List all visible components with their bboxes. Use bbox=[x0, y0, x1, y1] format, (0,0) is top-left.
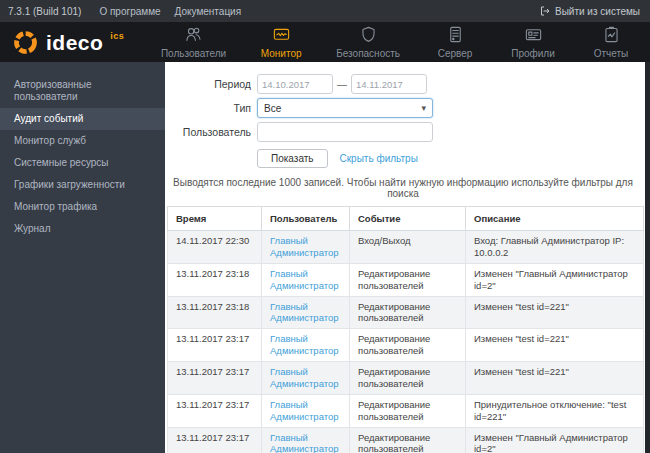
cell-event: Редактирование пользователей bbox=[350, 362, 466, 395]
reports-icon bbox=[602, 25, 621, 46]
show-button[interactable]: Показать bbox=[257, 149, 328, 168]
nav-tab-label: Пользователи bbox=[161, 48, 226, 59]
shield-icon bbox=[359, 25, 378, 46]
col-header-description[interactable]: Описание bbox=[466, 207, 644, 231]
cell-time: 13.11.2017 23:17 bbox=[168, 329, 262, 362]
cell-description: Изменен "test id=221" bbox=[466, 329, 644, 362]
cell-time: 13.11.2017 23:17 bbox=[168, 362, 262, 395]
type-select-value: Все bbox=[264, 103, 281, 114]
topbar-menu: О программеДокументация bbox=[99, 6, 241, 17]
cell-event: Редактирование пользователей bbox=[350, 427, 466, 453]
topbar-menu-item[interactable]: Документация bbox=[175, 6, 242, 17]
logout-icon bbox=[539, 5, 551, 17]
cell-description: Изменен "test id=221" bbox=[466, 296, 644, 329]
nav-tab-label: Отчеты bbox=[594, 48, 629, 59]
user-filter-row: Пользователь bbox=[165, 122, 645, 142]
user-filter-label: Пользователь bbox=[165, 126, 251, 138]
cell-event: Вход/Выход bbox=[350, 231, 466, 264]
cell-description: Изменен "Главный Администратор id=2" bbox=[466, 427, 644, 453]
sidebar-item[interactable]: Системные ресурсы bbox=[0, 152, 165, 174]
cell-time: 14.11.2017 22:30 bbox=[168, 231, 262, 264]
type-label: Тип bbox=[165, 102, 251, 114]
nav-tab-label: Профили bbox=[511, 48, 555, 59]
filter-actions-row: Показать Скрыть фильтры bbox=[257, 149, 645, 168]
type-filter-row: Тип Все ▾ bbox=[165, 98, 645, 118]
monitor-icon bbox=[272, 25, 291, 46]
nav-tab[interactable]: Пользователи bbox=[157, 23, 230, 61]
col-header-event[interactable]: Событие bbox=[350, 207, 466, 231]
cell-time: 13.11.2017 23:18 bbox=[168, 263, 262, 296]
chevron-down-icon: ▾ bbox=[421, 103, 426, 113]
date-to-input[interactable] bbox=[351, 74, 427, 94]
type-select[interactable]: Все ▾ bbox=[257, 98, 433, 118]
cell-event: Редактирование пользователей bbox=[350, 296, 466, 329]
id-card-icon bbox=[524, 25, 543, 46]
cell-user: Главный Администратор bbox=[262, 362, 350, 395]
sidebar-item[interactable]: Аудит событий bbox=[0, 108, 165, 130]
hide-filters-link[interactable]: Скрыть фильтры bbox=[340, 153, 418, 164]
sidebar-item[interactable]: Графики загруженности bbox=[0, 174, 165, 196]
top-utility-bar: 7.3.1 (Build 101) О программеДокументаци… bbox=[0, 0, 650, 22]
app-header: ideco ics Пользователи Монитор Безопасно… bbox=[0, 22, 650, 62]
logout-button[interactable]: Выйти из системы bbox=[539, 5, 640, 17]
ideco-logo[interactable]: ideco ics bbox=[12, 29, 124, 56]
date-range-dash: — bbox=[337, 79, 347, 90]
logo-superscript: ics bbox=[110, 31, 124, 41]
nav-tab[interactable]: Сервер bbox=[428, 23, 482, 61]
nav-tab[interactable]: Безопасность bbox=[332, 23, 404, 61]
records-info-text: Выводятся последние 1000 записей. Чтобы … bbox=[165, 177, 641, 199]
nav-tab[interactable]: Монитор bbox=[254, 23, 308, 61]
ideco-swirl-icon bbox=[12, 29, 39, 56]
main-area: Авторизованные пользователиАудит событий… bbox=[0, 62, 650, 453]
user-link[interactable]: Главный Администратор bbox=[270, 399, 339, 422]
table-row: 13.11.2017 23:17 Главный Администратор Р… bbox=[168, 362, 644, 395]
cell-description: Принудительное отключение: "test id=221" bbox=[466, 394, 644, 427]
cell-time: 13.11.2017 23:18 bbox=[168, 296, 262, 329]
cell-event: Редактирование пользователей bbox=[350, 263, 466, 296]
cell-user: Главный Администратор bbox=[262, 329, 350, 362]
nav-tab[interactable]: Отчеты bbox=[584, 23, 638, 61]
cell-user: Главный Администратор bbox=[262, 427, 350, 453]
col-header-time[interactable]: Время bbox=[168, 207, 262, 231]
cell-event: Редактирование пользователей bbox=[350, 394, 466, 427]
table-row: 13.11.2017 23:18 Главный Администратор Р… bbox=[168, 296, 644, 329]
logo-text: ideco bbox=[46, 29, 103, 56]
date-from-input[interactable] bbox=[257, 74, 333, 94]
nav-tab-label: Монитор bbox=[261, 48, 302, 59]
nav-tab[interactable]: Профили bbox=[506, 23, 560, 61]
user-link[interactable]: Главный Администратор bbox=[270, 235, 339, 258]
user-link[interactable]: Главный Администратор bbox=[270, 268, 339, 291]
cell-user: Главный Администратор bbox=[262, 296, 350, 329]
sidebar-item[interactable]: Монитор служб bbox=[0, 130, 165, 152]
period-filter-row: Период — bbox=[165, 74, 645, 94]
audit-table: Время Пользователь Событие Описание 14.1… bbox=[167, 206, 644, 453]
cell-event: Редактирование пользователей bbox=[350, 329, 466, 362]
sidebar-item[interactable]: Монитор трафика bbox=[0, 196, 165, 218]
table-row: 13.11.2017 23:17 Главный Администратор Р… bbox=[168, 427, 644, 453]
sidebar-item[interactable]: Авторизованные пользователи bbox=[0, 74, 165, 108]
cell-description: Изменен "Главный Администратор id=2" bbox=[466, 263, 644, 296]
content-panel: Период — Тип Все ▾ Пользователь Показать… bbox=[165, 62, 650, 453]
table-row: 13.11.2017 23:17 Главный Администратор Р… bbox=[168, 394, 644, 427]
cell-description: Изменен "test id=221" bbox=[466, 362, 644, 395]
user-link[interactable]: Главный Администратор bbox=[270, 301, 339, 324]
cell-user: Главный Администратор bbox=[262, 394, 350, 427]
user-link[interactable]: Главный Администратор bbox=[270, 366, 339, 389]
logout-label: Выйти из системы bbox=[555, 6, 640, 17]
main-nav: Пользователи Монитор Безопасность Сервер… bbox=[157, 23, 638, 61]
cell-time: 13.11.2017 23:17 bbox=[168, 394, 262, 427]
nav-tab-label: Сервер bbox=[438, 48, 473, 59]
cell-time: 13.11.2017 23:17 bbox=[168, 427, 262, 453]
table-row: 14.11.2017 22:30 Главный Администратор В… bbox=[168, 231, 644, 264]
col-header-user[interactable]: Пользователь bbox=[262, 207, 350, 231]
topbar-menu-item[interactable]: О программе bbox=[99, 6, 160, 17]
app-version: 7.3.1 (Build 101) bbox=[0, 6, 81, 17]
cell-description: Вход: Главный Администратор IP: 10.0.0.2 bbox=[466, 231, 644, 264]
sidebar-item[interactable]: Журнал bbox=[0, 218, 165, 240]
table-row: 13.11.2017 23:17 Главный Администратор Р… bbox=[168, 329, 644, 362]
user-filter-input[interactable] bbox=[257, 122, 433, 142]
user-link[interactable]: Главный Администратор bbox=[270, 432, 339, 453]
table-row: 13.11.2017 23:18 Главный Администратор Р… bbox=[168, 263, 644, 296]
user-link[interactable]: Главный Администратор bbox=[270, 333, 339, 356]
cell-user: Главный Администратор bbox=[262, 231, 350, 264]
